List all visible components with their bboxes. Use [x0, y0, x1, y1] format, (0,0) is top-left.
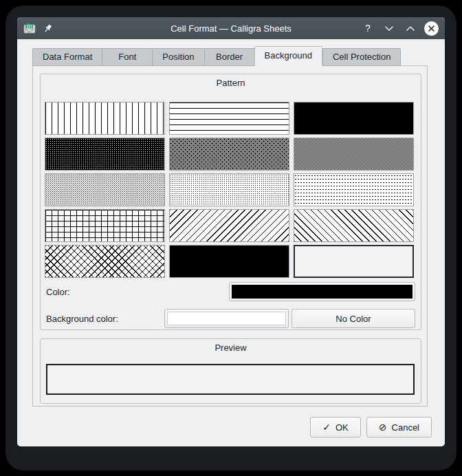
background-color-button[interactable]: [164, 309, 289, 328]
color-row: Color:: [46, 282, 415, 301]
ok-button[interactable]: ✓ OK: [310, 417, 361, 437]
color-button[interactable]: [229, 282, 415, 301]
tab-font[interactable]: Font: [102, 48, 152, 66]
titlebar[interactable]: Cell Format — Calligra Sheets: [17, 17, 445, 39]
close-icon: [428, 25, 435, 32]
pattern-swatch-dense-88[interactable]: [45, 138, 165, 171]
no-color-button[interactable]: No Color: [292, 309, 415, 328]
no-color-label: No Color: [336, 314, 371, 324]
tab-border[interactable]: Border: [204, 48, 254, 66]
pattern-swatch-solid[interactable]: [169, 245, 289, 278]
chevron-up-icon[interactable]: [403, 21, 418, 36]
preview-groupbox: Preview: [40, 338, 421, 404]
cell-format-dialog: Cell Format — Calligra Sheets: [17, 17, 445, 446]
pattern-groupbox: Pattern Color: Background color:: [40, 74, 421, 330]
pattern-swatch-diagonal-forward[interactable]: [169, 209, 289, 242]
background-color-swatch-fill: [167, 312, 286, 325]
background-color-label: Background color:: [46, 314, 118, 324]
preview-box: [46, 364, 415, 395]
check-icon: ✓: [322, 422, 331, 432]
background-tab-panel: Pattern Color: Background color:: [32, 65, 428, 407]
color-swatch-fill: [232, 285, 412, 299]
app-icon[interactable]: [23, 22, 36, 34]
pin-icon[interactable]: [43, 23, 53, 34]
dialog-content: Data FormatFontPositionBorderBackgroundC…: [17, 39, 445, 446]
cancel-label: Cancel: [392, 422, 419, 433]
tab-data-format[interactable]: Data Format: [32, 48, 102, 66]
pattern-swatch-diagonal-backward[interactable]: [294, 209, 414, 242]
background-color-row: Background color: No Color: [46, 309, 415, 328]
pattern-swatch-dense-63[interactable]: [169, 138, 289, 171]
pattern-swatch-cross-grid[interactable]: [45, 209, 165, 242]
pattern-group-title: Pattern: [41, 74, 421, 88]
ok-label: OK: [336, 422, 349, 433]
pattern-swatch-dense-6[interactable]: [294, 173, 414, 206]
pattern-swatch-vertical-lines[interactable]: [45, 102, 165, 135]
color-label: Color:: [46, 287, 70, 297]
pattern-swatch-no-pattern[interactable]: [294, 245, 414, 278]
tab-background[interactable]: Background: [254, 46, 322, 67]
pattern-swatch-dense-12[interactable]: [169, 173, 289, 206]
cancel-button[interactable]: ⊘ Cancel: [366, 417, 432, 437]
help-button[interactable]: ?: [360, 21, 375, 36]
pattern-swatch-diagonal-cross[interactable]: [45, 245, 165, 278]
pattern-grid: [45, 102, 414, 278]
pattern-swatch-horizontal-lines[interactable]: [169, 102, 289, 135]
tab-position[interactable]: Position: [152, 48, 204, 66]
tab-bar: Data FormatFontPositionBorderBackgroundC…: [32, 47, 445, 66]
dialog-button-row: ✓ OK ⊘ Cancel: [17, 417, 432, 437]
window-frame: Cell Format — Calligra Sheets: [6, 6, 456, 470]
close-button[interactable]: [424, 21, 439, 36]
pattern-swatch-dense-37[interactable]: [45, 173, 165, 206]
pattern-swatch-dense-94[interactable]: [294, 102, 414, 135]
tab-cell-protection[interactable]: Cell Protection: [322, 48, 402, 66]
pattern-swatch-dense-50[interactable]: [294, 138, 414, 171]
no-entry-icon: ⊘: [379, 422, 387, 432]
preview-group-title: Preview: [41, 339, 421, 353]
chevron-down-icon[interactable]: [382, 21, 397, 36]
